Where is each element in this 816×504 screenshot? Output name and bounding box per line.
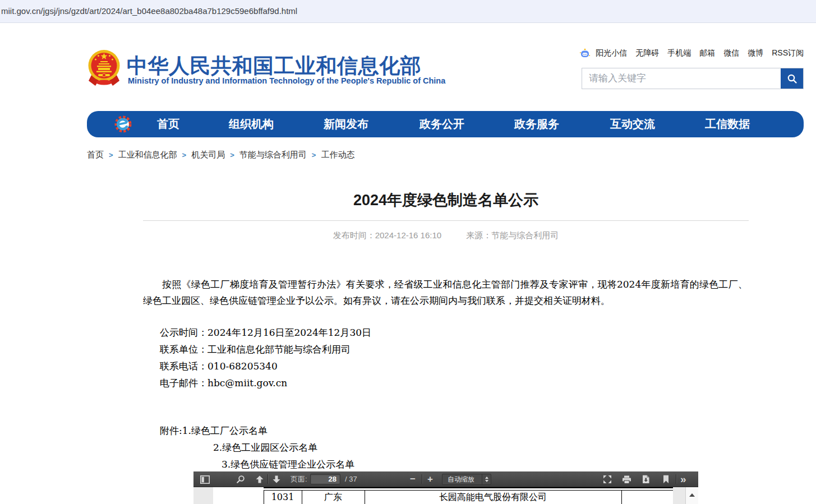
- search-icon: [787, 73, 797, 84]
- more-tools-chevrons-icon: »: [680, 471, 686, 487]
- table-border: [621, 491, 622, 504]
- breadcrumb: 首页 > 工业和信息化部 > 机关司局 > 节能与综合利用司 > 工作动态: [87, 150, 354, 160]
- pdf-zoom-in-button[interactable]: +: [427, 471, 433, 487]
- pdf-search-icon: [236, 475, 245, 484]
- utility-link-accessibility[interactable]: 无障碍: [635, 48, 659, 58]
- pdf-bookmark-button[interactable]: [662, 471, 670, 487]
- breadcrumb-work-updates[interactable]: 工作动态: [321, 150, 354, 160]
- pdf-download-button[interactable]: [642, 471, 650, 487]
- nav-gear-logo-icon: [114, 115, 132, 133]
- main-nav: 首页 组织机构 新闻发布 政务公开 政务服务 互动交流 工信数据: [87, 111, 804, 137]
- utility-link-mobile[interactable]: 手机端: [667, 48, 691, 58]
- pdf-page-number-input[interactable]: [310, 474, 340, 484]
- fullscreen-icon: [603, 475, 612, 484]
- pdf-search-button[interactable]: [236, 471, 245, 487]
- info-line-contact-phone: 联系电话：010-68205340: [160, 358, 371, 374]
- search-button[interactable]: [781, 68, 803, 89]
- nav-item-interaction[interactable]: 互动交流: [610, 111, 655, 137]
- table-border: [264, 490, 673, 491]
- pdf-scrollbar[interactable]: [685, 487, 698, 504]
- sidebar-toggle-icon: [200, 475, 210, 484]
- toolbar-separator: [676, 474, 676, 484]
- page-url: miit.gov.cn/jgsj/jns/gzdt/art/2024/art_b…: [1, 6, 297, 16]
- breadcrumb-departments[interactable]: 机关司局: [191, 150, 225, 160]
- zoom-mode-value: 自动缩放: [448, 475, 474, 483]
- site-subtitle: Ministry of Industry and Information Tec…: [128, 76, 445, 85]
- article-source: 来源：节能与综合利用司: [466, 230, 559, 240]
- toolbar-separator: [422, 474, 422, 484]
- toolbar-separator: [268, 474, 268, 484]
- national-emblem-logo: [87, 48, 121, 87]
- site-search-bar: [582, 68, 804, 89]
- info-line-public-period: 公示时间：2024年12月16日至2024年12月30日: [160, 324, 371, 341]
- table-border: [264, 487, 673, 488]
- nav-item-news[interactable]: 新闻发布: [324, 111, 368, 137]
- info-line-contact-email: 电子邮件：hbc@miit.gov.cn: [160, 374, 371, 391]
- browser-url-bar[interactable]: miit.gov.cn/jgsj/jns/gzdt/art/2024/art_b…: [0, 0, 816, 23]
- breadcrumb-separator: >: [182, 151, 187, 159]
- article-divider: [143, 220, 749, 221]
- nav-item-home[interactable]: 首页: [157, 111, 179, 137]
- utility-link-weibo[interactable]: 微博: [748, 48, 763, 58]
- publish-time: 发布时间：2024-12-16 16:10: [333, 230, 441, 240]
- table-cell-company: 长园高能电气股份有限公司: [365, 491, 621, 503]
- page-down-icon: [272, 475, 281, 484]
- zoom-spinner-icon: [482, 474, 491, 484]
- bookmark-icon: [662, 475, 670, 484]
- scroll-up-arrow-icon: [689, 493, 695, 497]
- zoom-in-icon: +: [427, 471, 433, 487]
- screen: miit.gov.cn/jgsj/jns/gzdt/art/2024/art_b…: [0, 0, 816, 504]
- nav-item-gov-disclosure[interactable]: 政务公开: [419, 111, 464, 137]
- utility-link-rss[interactable]: RSS订阅: [772, 48, 804, 58]
- pdf-viewer: 页面: / 37 − + 自动缩放: [193, 471, 698, 504]
- info-line-contact-unit: 联系单位：工业和信息化部节能与综合利用司: [160, 341, 371, 358]
- pdf-toolbar: 页面: / 37 − + 自动缩放: [193, 471, 698, 487]
- article-title: 2024年度绿色制造名单公示: [143, 190, 749, 210]
- breadcrumb-energy-dept[interactable]: 节能与综合利用司: [239, 150, 307, 160]
- pdf-print-button[interactable]: [622, 471, 631, 487]
- zoom-out-icon: −: [410, 471, 416, 487]
- breadcrumb-miit[interactable]: 工业和信息化部: [118, 150, 177, 160]
- breadcrumb-separator: >: [312, 151, 316, 159]
- pdf-content-area: 1031 广东 长园高能电气股份有限公司: [193, 487, 698, 504]
- attachment-1-green-factory[interactable]: 附件:1.绿色工厂公示名单: [160, 424, 268, 437]
- pdf-next-page-button[interactable]: [272, 471, 281, 487]
- nav-item-gov-services[interactable]: 政务服务: [514, 111, 559, 137]
- download-icon: [642, 475, 650, 484]
- pdf-page-total: / 37: [345, 471, 357, 487]
- utility-links: 阳光小信 无障碍 手机端 邮箱 微信 微博 RSS订阅: [579, 47, 804, 59]
- attachment-2-green-industrial-park[interactable]: 2.绿色工业园区公示名单: [213, 441, 317, 454]
- attachment-3-green-supply-chain[interactable]: 3.绿色供应链管理企业公示名单: [222, 458, 354, 471]
- pdf-sidebar-toggle-button[interactable]: [200, 471, 210, 487]
- pdf-presentation-mode-button[interactable]: [603, 471, 612, 487]
- page-up-icon: [255, 475, 264, 484]
- pdf-previous-page-button[interactable]: [255, 471, 264, 487]
- nav-item-data[interactable]: 工信数据: [705, 111, 750, 137]
- pdf-page-label: 页面:: [291, 471, 307, 487]
- breadcrumb-home[interactable]: 首页: [87, 150, 104, 160]
- pdf-more-tools-button[interactable]: »: [680, 471, 686, 487]
- article-meta: 发布时间：2024-12-16 16:10 来源：节能与综合利用司: [143, 230, 749, 241]
- table-cell-serial: 1031: [264, 491, 302, 503]
- pdf-zoom-out-button[interactable]: −: [410, 471, 416, 487]
- pdf-zoom-mode-select[interactable]: 自动缩放: [442, 474, 491, 485]
- nav-item-organization[interactable]: 组织机构: [229, 111, 274, 137]
- utility-link-mail[interactable]: 邮箱: [699, 48, 715, 58]
- utility-link-wechat[interactable]: 微信: [723, 48, 739, 58]
- table-cell-province: 广东: [302, 491, 365, 503]
- breadcrumb-separator: >: [230, 151, 234, 159]
- breadcrumb-separator: >: [109, 151, 113, 159]
- search-input[interactable]: [582, 68, 781, 89]
- article-info-lines: 公示时间：2024年12月16日至2024年12月30日 联系单位：工业和信息化…: [160, 324, 371, 391]
- utility-link-sunshine[interactable]: 阳光小信: [596, 48, 627, 58]
- article-body: 按照《绿色工厂梯度培育及管理暂行办法》有关要求，经省级工业和信息化主管部门推荐及…: [143, 276, 748, 309]
- robot-assistant-icon: [579, 48, 591, 59]
- print-icon: [622, 475, 631, 484]
